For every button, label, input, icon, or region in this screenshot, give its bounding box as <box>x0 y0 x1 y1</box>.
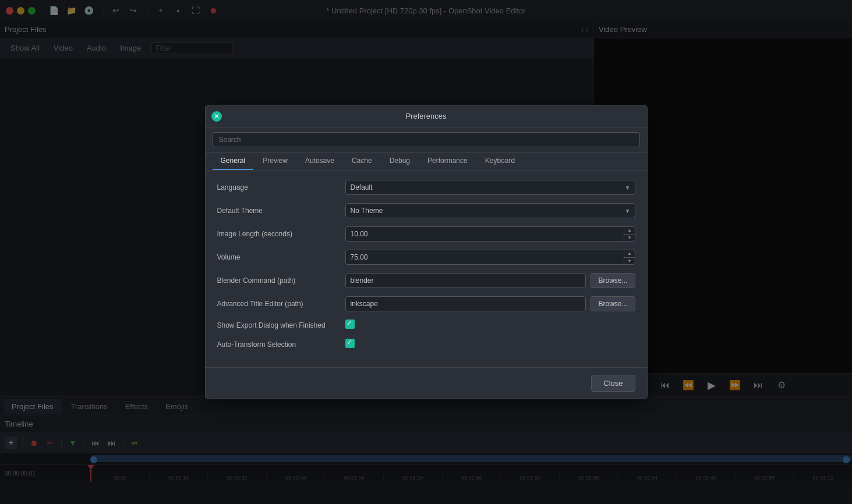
tab-keyboard[interactable]: Keyboard <box>477 152 523 170</box>
show-export-label: Show Export Dialog when Finished <box>217 321 345 329</box>
language-select[interactable]: Default <box>345 180 635 195</box>
image-length-label: Image Length (seconds) <box>217 230 345 238</box>
auto-transform-label: Auto-Transform Selection <box>217 340 345 349</box>
image-length-down[interactable]: ▼ <box>624 235 635 242</box>
theme-label: Default Theme <box>217 207 345 215</box>
language-select-wrapper: Default ▼ <box>345 180 635 195</box>
modal-title: Preferences <box>405 112 446 120</box>
blender-control: Browse... <box>345 273 635 288</box>
auto-transform-row: Auto-Transform Selection <box>217 339 635 350</box>
image-length-input[interactable] <box>345 226 635 242</box>
inkscape-label: Advanced Title Editor (path) <box>217 300 345 308</box>
volume-control: ▲ ▼ <box>345 250 635 265</box>
image-length-spinbox-wrapper: ▲ ▼ <box>345 226 635 242</box>
language-control: Default ▼ <box>345 180 635 195</box>
image-length-row: Image Length (seconds) ▲ ▼ <box>217 226 635 242</box>
preferences-tabs: General Preview Autosave Cache Debug Per… <box>206 152 647 171</box>
theme-select[interactable]: No Theme <box>345 203 635 218</box>
image-length-control: ▲ ▼ <box>345 226 635 242</box>
modal-close-button[interactable]: ✕ <box>211 111 222 122</box>
modal-footer: Close <box>206 367 647 399</box>
theme-control: No Theme ▼ <box>345 203 635 218</box>
volume-down[interactable]: ▼ <box>624 258 635 265</box>
show-export-control <box>345 320 635 331</box>
tab-general[interactable]: General <box>213 152 254 170</box>
auto-transform-checkbox[interactable] <box>345 339 355 348</box>
inkscape-row: Advanced Title Editor (path) Browse... <box>217 296 635 311</box>
inkscape-browse-button[interactable]: Browse... <box>591 296 635 311</box>
preferences-modal: ✕ Preferences General Preview Autosave C… <box>205 105 648 399</box>
show-export-row: Show Export Dialog when Finished <box>217 320 635 331</box>
blender-row: Blender Command (path) Browse... <box>217 273 635 288</box>
volume-row: Volume ▲ ▼ <box>217 250 635 265</box>
volume-label: Volume <box>217 253 345 261</box>
show-export-checkbox[interactable] <box>345 320 355 329</box>
inkscape-path-input[interactable] <box>345 296 586 311</box>
volume-up[interactable]: ▲ <box>624 250 635 258</box>
tab-cache[interactable]: Cache <box>344 152 380 170</box>
image-length-up[interactable]: ▲ <box>624 226 635 235</box>
modal-search-area <box>206 127 647 152</box>
tab-debug[interactable]: Debug <box>381 152 418 170</box>
preferences-search-input[interactable] <box>213 132 640 147</box>
tab-preview[interactable]: Preview <box>254 152 296 170</box>
blender-path-input[interactable] <box>345 273 586 288</box>
blender-browse-button[interactable]: Browse... <box>591 273 635 288</box>
theme-select-wrapper: No Theme ▼ <box>345 203 635 218</box>
language-row: Language Default ▼ <box>217 180 635 195</box>
modal-overlay: ✕ Preferences General Preview Autosave C… <box>0 0 852 504</box>
close-modal-button[interactable]: Close <box>591 375 635 392</box>
volume-input[interactable] <box>345 250 635 265</box>
blender-label: Blender Command (path) <box>217 276 345 285</box>
image-length-arrows: ▲ ▼ <box>624 226 635 242</box>
modal-title-bar: ✕ Preferences <box>206 105 647 127</box>
volume-arrows: ▲ ▼ <box>624 250 635 265</box>
tab-autosave[interactable]: Autosave <box>297 152 342 170</box>
preferences-content: Language Default ▼ Default Theme <box>206 171 647 367</box>
volume-spinbox-wrapper: ▲ ▼ <box>345 250 635 265</box>
inkscape-control: Browse... <box>345 296 635 311</box>
theme-row: Default Theme No Theme ▼ <box>217 203 635 218</box>
language-label: Language <box>217 183 345 191</box>
tab-performance[interactable]: Performance <box>419 152 476 170</box>
auto-transform-control <box>345 339 635 350</box>
